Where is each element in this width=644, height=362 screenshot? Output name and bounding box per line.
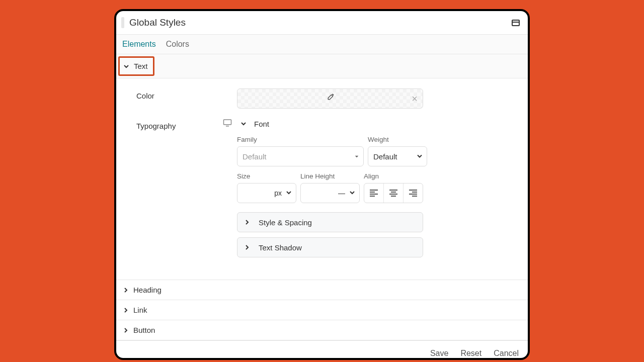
section-text-label: Text: [134, 62, 148, 70]
window-icon[interactable]: [512, 20, 520, 26]
section-link-label: Link: [133, 306, 147, 314]
chevron-right-icon: [244, 219, 251, 226]
text-panel: Color × Typography: [116, 78, 528, 280]
chevron-right-icon: [122, 307, 129, 314]
chevron-down-icon: [417, 152, 423, 161]
align-label: Align: [364, 172, 423, 180]
reset-button[interactable]: Reset: [460, 349, 481, 358]
color-swatch[interactable]: ×: [237, 88, 423, 109]
family-label: Family: [237, 136, 364, 143]
align-center-button[interactable]: [384, 184, 404, 203]
save-button[interactable]: Save: [430, 349, 448, 358]
section-text[interactable]: Text: [116, 54, 528, 78]
chevron-down-icon: [286, 189, 292, 197]
align-left-button[interactable]: [364, 184, 384, 203]
weight-value: Default: [373, 152, 397, 161]
desktop-icon[interactable]: [223, 119, 232, 129]
close-icon[interactable]: ×: [412, 93, 418, 105]
chevron-down-icon: [240, 120, 247, 127]
eyedropper-icon: [326, 93, 335, 104]
tabs: Elements Colors: [116, 35, 528, 54]
line-height-select[interactable]: —: [300, 183, 360, 203]
drag-handle[interactable]: [121, 17, 124, 28]
section-button[interactable]: Button: [116, 320, 528, 340]
chevron-right-icon: [244, 244, 251, 251]
modal-header: Global Styles: [116, 11, 528, 35]
size-input[interactable]: px: [237, 183, 296, 203]
section-button-label: Button: [133, 326, 155, 334]
align-group: [364, 183, 423, 203]
weight-select[interactable]: Default: [368, 146, 427, 166]
style-spacing-section[interactable]: Style & Spacing: [237, 212, 423, 232]
line-height-label: Line Height: [300, 172, 360, 180]
chevron-right-icon: [122, 327, 129, 334]
align-right-button[interactable]: [404, 184, 423, 203]
section-heading[interactable]: Heading: [116, 280, 528, 300]
text-shadow-label: Text Shadow: [259, 243, 302, 252]
chevron-down-icon: [123, 63, 130, 70]
family-value: Default: [243, 152, 267, 161]
family-select[interactable]: Default: [237, 146, 364, 166]
svg-rect-0: [224, 120, 231, 125]
tab-elements[interactable]: Elements: [122, 40, 156, 49]
size-label: Size: [237, 172, 296, 180]
global-styles-modal: Global Styles Elements Colors Text Color…: [114, 9, 530, 360]
section-link[interactable]: Link: [116, 300, 528, 320]
line-height-value: —: [338, 189, 345, 197]
cancel-button[interactable]: Cancel: [494, 349, 519, 358]
style-spacing-label: Style & Spacing: [259, 218, 312, 227]
typography-label: Typography: [136, 119, 237, 257]
size-unit: px: [274, 189, 282, 197]
weight-label: Weight: [368, 136, 427, 143]
font-toggle-label: Font: [254, 120, 269, 128]
section-heading-label: Heading: [133, 286, 162, 294]
caret-down-icon: [354, 152, 359, 161]
chevron-right-icon: [122, 287, 129, 294]
chevron-down-icon: [349, 189, 355, 197]
font-section-toggle[interactable]: Font: [240, 120, 269, 128]
modal-footer: Save Reset Cancel: [116, 340, 528, 360]
color-label: Color: [136, 88, 237, 109]
text-shadow-section[interactable]: Text Shadow: [237, 237, 423, 257]
modal-title: Global Styles: [129, 17, 512, 28]
tab-colors[interactable]: Colors: [166, 40, 189, 49]
